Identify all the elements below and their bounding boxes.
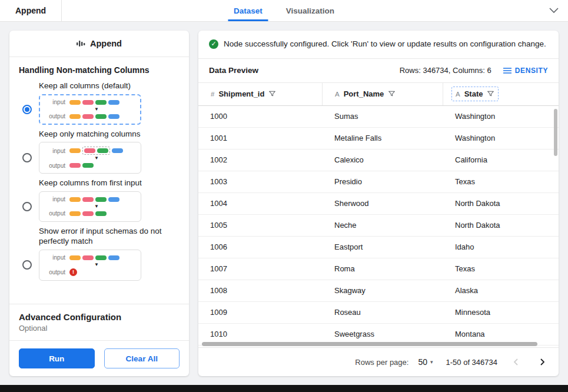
rows-per-page-select[interactable]: 50 ▾ [418, 357, 433, 367]
tab-visualization[interactable]: Visualization [284, 0, 337, 21]
schema-column-bar [97, 148, 108, 153]
radio-button[interactable] [22, 153, 32, 162]
vertical-scrollbar[interactable] [554, 109, 557, 156]
table-cell: 1008 [198, 286, 323, 295]
table-row[interactable]: 1007RomaTexas [198, 258, 559, 280]
table-cell: Metaline Falls [323, 134, 443, 142]
table-row[interactable]: 1002CalexicoCalifornia [198, 150, 559, 171]
schema-column-bar [95, 211, 107, 216]
column-header-shipment_id[interactable]: #Shipment_id [198, 83, 323, 105]
density-toggle[interactable]: DENSITY [503, 67, 548, 75]
rows-columns-info: Rows: 346734, Columns: 6 [400, 66, 491, 75]
column-header-port_name[interactable]: APort_Name [323, 83, 443, 105]
option-row: input▼output [22, 142, 180, 174]
table-cell: 1005 [198, 221, 323, 230]
rows-per-page-value: 50 [418, 357, 427, 367]
matching-columns-box [82, 147, 110, 155]
table-header: #Shipment_idAPort_NameAState [198, 83, 559, 106]
column-header-state[interactable]: AState [443, 83, 559, 105]
schema-column-bar [95, 197, 107, 202]
table-cell: 1001 [198, 134, 323, 142]
schema-column-bar [69, 148, 81, 153]
diagram-row-label: output [45, 269, 65, 275]
chevron-down-icon[interactable] [549, 8, 559, 14]
schema-column-bar [82, 114, 94, 119]
append-config-panel: Append Handling Non-matching Columns Kee… [9, 31, 189, 376]
advanced-title: Advanced Configuration [19, 312, 180, 322]
clear-all-button[interactable]: Clear All [104, 348, 180, 368]
panel-title: Append [90, 39, 122, 48]
schema-column-bar [69, 163, 81, 168]
preview-meta: Rows: 346734, Columns: 6 DENSITY [400, 66, 548, 75]
prev-page-button[interactable] [507, 353, 524, 371]
node-tab-append[interactable]: Append [0, 0, 62, 21]
append-option: Show error if input schemas do not perfe… [19, 226, 180, 281]
table-row[interactable]: 1006EastportIdaho [198, 237, 559, 258]
status-text: Node successfully configured. Click 'Run… [224, 38, 546, 51]
table-cell: Skagway [323, 286, 443, 295]
schema-column-bar [108, 197, 119, 202]
table-row[interactable]: 1005NecheNorth Dakota [198, 215, 559, 237]
diagram-row: output [45, 162, 135, 169]
append-option: Keep columns from first inputinput▼outpu… [19, 178, 180, 222]
horizontal-scrollbar[interactable] [202, 342, 537, 346]
table-cell: 1003 [198, 177, 323, 186]
table-cell: 1010 [198, 330, 323, 338]
filter-icon[interactable] [388, 90, 396, 98]
schema-column-bar [95, 114, 107, 119]
table-cell: 1006 [198, 242, 323, 251]
table-cell: 1009 [198, 308, 323, 317]
tab-dataset[interactable]: Dataset [231, 0, 265, 21]
error-icon: ! [69, 268, 77, 276]
density-label: DENSITY [515, 67, 548, 75]
table-cell: Texas [443, 264, 559, 273]
diagram-row-label: input [45, 99, 65, 105]
success-check-icon: ✓ [209, 39, 218, 49]
table-row[interactable]: 1001Metaline FallsWashington [198, 128, 559, 150]
table-cell: Neche [323, 221, 443, 230]
diagram-row: output! [45, 268, 135, 276]
table-row[interactable]: 1000SumasWashington [198, 106, 559, 128]
append-option: Keep only matching columnsinput▼output [19, 129, 180, 174]
table-cell: 1007 [198, 264, 323, 273]
table-row[interactable]: 1003PresidioTexas [198, 171, 559, 193]
radio-button[interactable] [22, 105, 32, 114]
table-cell: Alaska [443, 286, 559, 295]
schema-column-bar [108, 100, 119, 105]
schema-bars [69, 114, 119, 119]
arrow-down-icon: ▼ [69, 203, 124, 210]
panel-header: Append [9, 31, 189, 57]
filter-icon[interactable] [268, 90, 276, 98]
option-label: Keep columns from first input [39, 178, 180, 188]
column-header-inner: AState [451, 87, 499, 101]
table-cell: Montana [443, 330, 559, 338]
column-type-icon: # [211, 91, 214, 98]
results-panel: ✓ Node successfully configured. Click 'R… [198, 31, 559, 376]
table-cell: Texas [443, 177, 559, 186]
schema-column-bar [82, 100, 94, 105]
next-page-button[interactable] [534, 353, 552, 371]
table-cell: North Dakota [443, 221, 559, 230]
radio-button[interactable] [22, 260, 32, 270]
table-row[interactable]: 1008SkagwayAlaska [198, 280, 559, 302]
table-row[interactable]: 1004SherwoodNorth Dakota [198, 193, 559, 215]
arrow-down-icon: ▼ [69, 106, 124, 113]
table-row[interactable]: 1009RoseauMinnesota [198, 302, 559, 324]
filter-icon[interactable] [487, 90, 494, 98]
advanced-configuration-section[interactable]: Advanced Configuration Optional [9, 304, 189, 340]
main-content: Append Handling Non-matching Columns Kee… [0, 22, 568, 385]
advanced-subtitle: Optional [19, 324, 180, 333]
schema-column-bar [69, 100, 81, 105]
preview-title: Data Preview [209, 66, 258, 75]
radio-button[interactable] [22, 202, 32, 211]
schema-column-bar [69, 211, 81, 216]
arrow-down-icon: ▼ [69, 155, 124, 162]
table-cell: Minnesota [443, 308, 559, 317]
page-range: 1-50 of 346734 [446, 358, 497, 367]
diagram-row: output [45, 113, 135, 120]
schema-column-bar [69, 197, 81, 202]
table-cell: 1000 [198, 112, 323, 121]
schema-bars [69, 211, 107, 216]
radio-option-group: Keep all columns (default)input▼outputKe… [19, 81, 180, 281]
run-button[interactable]: Run [19, 348, 95, 368]
